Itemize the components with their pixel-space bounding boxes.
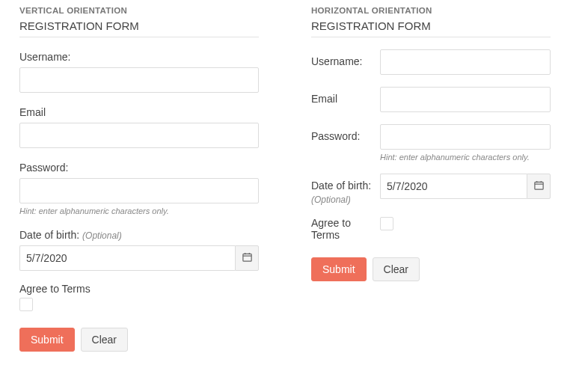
username-input[interactable]	[19, 67, 259, 93]
clear-button[interactable]: Clear	[373, 257, 420, 281]
password-hint: Hint: enter alphanumeric characters only…	[380, 153, 551, 162]
username-input[interactable]	[380, 49, 551, 75]
clear-button[interactable]: Clear	[81, 328, 128, 352]
calendar-button[interactable]	[235, 245, 259, 271]
horizontal-form-title: REGISTRATION FORM	[311, 19, 551, 37]
password-label: Password:	[19, 162, 259, 174]
svg-rect-0	[242, 254, 251, 261]
vertical-form-title: REGISTRATION FORM	[19, 19, 259, 37]
svg-rect-4	[534, 182, 542, 189]
email-input[interactable]	[380, 87, 551, 112]
calendar-icon	[242, 251, 253, 265]
submit-button[interactable]: Submit	[311, 257, 367, 281]
dob-optional: (Optional)	[311, 195, 374, 205]
agree-field: Agree to Terms	[19, 283, 259, 311]
password-input[interactable]	[19, 178, 259, 203]
password-input[interactable]	[380, 124, 551, 150]
email-input[interactable]	[19, 123, 259, 148]
agree-checkbox[interactable]	[19, 298, 33, 311]
horizontal-buttons: Submit Clear	[311, 257, 551, 281]
horizontal-form-column: HORIZONTAL ORIENTATION REGISTRATION FORM…	[311, 6, 551, 352]
dob-field: Date of birth: (Optional)	[19, 229, 259, 271]
dob-label: Date of birth:	[311, 180, 371, 192]
agree-checkbox[interactable]	[380, 217, 393, 230]
username-field: Username:	[19, 51, 259, 93]
dob-label: Date of birth:	[19, 229, 79, 241]
email-label: Email	[19, 106, 259, 118]
email-label: Email	[311, 87, 380, 105]
submit-button[interactable]: Submit	[19, 328, 75, 352]
vertical-section-label: VERTICAL ORIENTATION	[19, 6, 259, 15]
password-field: Password: Hint: enter alphanumeric chara…	[19, 162, 259, 215]
dob-input[interactable]	[380, 174, 527, 199]
username-label: Username:	[19, 51, 259, 63]
vertical-buttons: Submit Clear	[19, 328, 259, 352]
password-hint: Hint: enter alphanumeric characters only…	[19, 206, 259, 215]
calendar-icon	[533, 180, 545, 193]
dob-optional: (Optional)	[82, 230, 122, 241]
agree-field: Agree to Terms	[311, 217, 551, 241]
vertical-form-column: VERTICAL ORIENTATION REGISTRATION FORM U…	[19, 6, 259, 352]
username-label: Username:	[311, 49, 380, 67]
dob-input[interactable]	[19, 245, 235, 271]
username-field: Username:	[311, 49, 551, 75]
agree-label: Agree to Terms	[19, 283, 259, 295]
password-field: Password: Hint: enter alphanumeric chara…	[311, 124, 551, 162]
email-field: Email	[311, 87, 551, 112]
calendar-button[interactable]	[527, 174, 551, 199]
horizontal-section-label: HORIZONTAL ORIENTATION	[311, 6, 551, 15]
email-field: Email	[19, 106, 259, 148]
password-label: Password:	[311, 124, 380, 142]
dob-field: Date of birth: (Optional)	[311, 174, 551, 205]
agree-label: Agree to Terms	[311, 217, 380, 241]
